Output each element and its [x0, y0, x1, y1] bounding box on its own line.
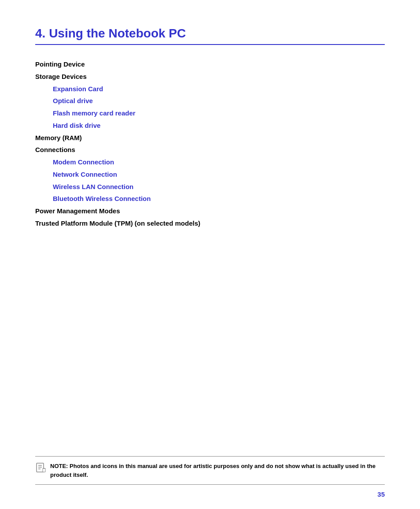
footer-note: NOTE: Photos and icons in this manual ar…	[35, 462, 385, 479]
title-underline	[35, 44, 385, 45]
toc-item-expansion-card: Expansion Card	[35, 83, 385, 95]
toc-list: Pointing DeviceStorage DevicesExpansion …	[35, 58, 385, 230]
footer-divider-bottom	[35, 484, 385, 485]
page-number: 35	[377, 490, 385, 498]
toc-item-hard-disk: Hard disk drive	[35, 119, 385, 132]
chapter-title: 4. Using the Notebook PC	[35, 26, 385, 41]
toc-item-connections: Connections	[35, 144, 385, 156]
toc-item-storage-devices: Storage Devices	[35, 71, 385, 83]
toc-item-optical-drive: Optical drive	[35, 95, 385, 107]
page-container: 4. Using the Notebook PC Pointing Device…	[0, 0, 420, 509]
svg-marker-4	[43, 468, 45, 472]
toc-item-flash-memory: Flash memory card reader	[35, 107, 385, 119]
toc-item-bluetooth: Bluetooth Wireless Connection	[35, 193, 385, 205]
toc-item-network-connection: Network Connection	[35, 168, 385, 181]
toc-item-modem-connection: Modem Connection	[35, 156, 385, 168]
note-icon	[35, 462, 46, 473]
footer-note-text: NOTE: Photos and icons in this manual ar…	[50, 462, 385, 479]
toc-item-power-management: Power Management Modes	[35, 205, 385, 217]
footer-divider-top	[35, 456, 385, 457]
toc-item-memory-ram: Memory (RAM)	[35, 132, 385, 144]
toc-item-pointing-device: Pointing Device	[35, 58, 385, 71]
toc-item-wireless-lan: Wireless LAN Connection	[35, 181, 385, 193]
footer-area: NOTE: Photos and icons in this manual ar…	[35, 456, 385, 485]
toc-item-tpm: Trusted Platform Module (TPM) (on select…	[35, 217, 385, 230]
